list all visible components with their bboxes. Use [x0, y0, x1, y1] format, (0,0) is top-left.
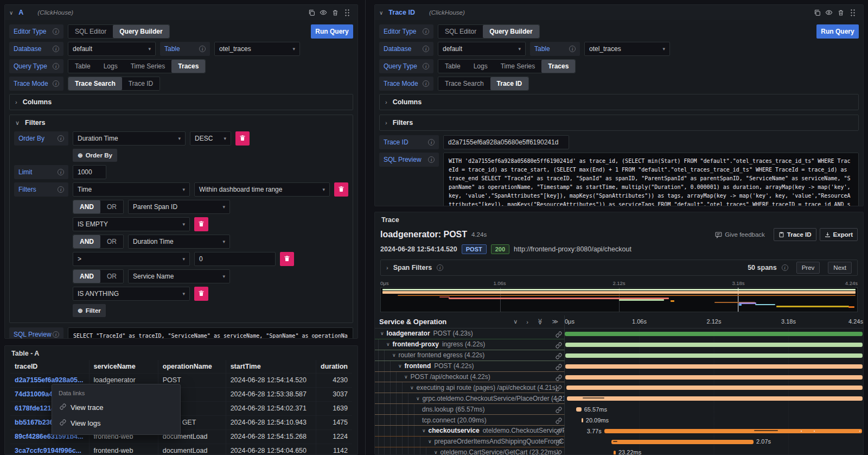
info-icon[interactable]: i	[423, 63, 429, 69]
segment-option[interactable]: Trace ID	[490, 77, 529, 90]
span-bar-cell[interactable]: 23.22ms	[565, 447, 863, 455]
order-by-direction-select[interactable]: DESC▾	[190, 131, 231, 146]
segment-option[interactable]: OR	[100, 235, 123, 248]
span-row[interactable]: ∨executing api route (pages) /api/checko…	[375, 382, 863, 393]
add-order-by-button[interactable]: ⊕ Order By	[73, 149, 117, 162]
span-duration-bar[interactable]	[565, 332, 863, 336]
segment-option[interactable]: Trace Search	[68, 77, 122, 90]
segment-option[interactable]: Logs	[467, 60, 494, 73]
span-duration-bar[interactable]	[565, 353, 863, 358]
info-icon[interactable]: i	[423, 28, 429, 35]
minimap-canvas[interactable]	[380, 287, 858, 312]
column-header[interactable]: traceID	[10, 360, 89, 373]
span-bar-cell[interactable]	[565, 361, 863, 372]
trace-mode-toggle[interactable]: Trace SearchTrace ID	[438, 77, 529, 91]
span-bar-cell[interactable]: 3.77s	[565, 426, 863, 437]
hide-response-eye-icon[interactable]	[317, 7, 329, 18]
editor-type-toggle[interactable]: SQL EditorQuery Builder	[68, 24, 170, 39]
remove-order-by-button[interactable]	[235, 131, 250, 146]
segment-option[interactable]: SQL Editor	[438, 25, 483, 38]
view-logs-link[interactable]: View logs	[52, 415, 180, 431]
span-link-icon[interactable]	[556, 427, 562, 437]
info-icon[interactable]: i	[782, 264, 788, 271]
segment-option[interactable]: SQL Editor	[68, 25, 113, 38]
span-name-cell[interactable]: ∨router frontend egress (4.22s)	[375, 350, 565, 361]
query-type-toggle[interactable]: TableLogsTime SeriesTraces	[438, 59, 576, 73]
info-icon[interactable]: i	[423, 80, 429, 87]
span-link-icon[interactable]	[556, 374, 562, 383]
condition-operator-select[interactable]: IS ANYTHING▾	[73, 287, 190, 301]
add-filter-button[interactable]: ⊕ Filter	[73, 304, 106, 317]
info-icon[interactable]: i	[53, 80, 59, 87]
span-row[interactable]: ∨frontend-proxyingress (4.22s)	[375, 339, 863, 350]
collapse-span-chevron-icon[interactable]: ∨	[434, 450, 438, 455]
span-row[interactable]: dns.lookup (65.57ms) 65.57ms	[375, 404, 863, 415]
condition-field-select[interactable]: Service Name▾	[128, 269, 230, 283]
span-name-cell[interactable]: ∨checkoutserviceoteldemo.CheckoutService…	[375, 426, 565, 437]
collapse-span-chevron-icon[interactable]: ∨	[392, 352, 396, 358]
segment-option[interactable]: OR	[100, 200, 123, 213]
span-name-cell[interactable]: ∨frontendPOST (4.22s)	[375, 361, 565, 372]
trace-id-copy-button[interactable]: Trace ID	[774, 228, 816, 241]
collapse-chevron-icon[interactable]: ∨	[379, 10, 383, 16]
segment-option[interactable]: Table	[68, 60, 97, 73]
collapse-span-chevron-icon[interactable]: ∨	[428, 439, 432, 444]
span-row[interactable]: ∨checkoutserviceoteldemo.CheckoutService…	[375, 426, 863, 437]
segment-option[interactable]: Traces	[171, 60, 205, 73]
span-name-cell[interactable]: ∨loadgeneratorPOST (4.23s)	[375, 328, 565, 339]
segment-option[interactable]: AND	[73, 235, 100, 248]
remove-condition-button[interactable]	[194, 217, 208, 231]
and-or-toggle[interactable]: ANDOR	[73, 235, 124, 249]
span-link-icon[interactable]	[556, 449, 562, 455]
filter-field-select[interactable]: Time▾	[73, 182, 190, 197]
condition-value-input[interactable]: 0	[194, 252, 276, 266]
query-type-toggle[interactable]: TableLogsTime SeriesTraces	[68, 59, 206, 73]
expand-one-icon[interactable]: ›	[525, 319, 530, 325]
segment-option[interactable]: AND	[73, 270, 100, 283]
span-row[interactable]: ∨oteldemo.CartService/GetCart (23.22ms) …	[375, 447, 863, 455]
give-feedback-button[interactable]: Give feedback	[715, 231, 765, 238]
delete-query-trash-icon[interactable]	[329, 7, 341, 18]
span-link-icon[interactable]	[556, 416, 562, 426]
view-trace-link[interactable]: View trace	[52, 400, 180, 415]
database-select[interactable]: default▾	[68, 42, 156, 56]
span-link-icon[interactable]	[556, 406, 562, 415]
run-query-button[interactable]: Run Query	[311, 24, 353, 39]
trace-id-link[interactable]: 3ca7ccfc9194f996c...	[10, 444, 89, 455]
collapse-all-icon[interactable]: ≫	[537, 317, 544, 327]
span-bar-cell[interactable]	[565, 328, 863, 339]
condition-operator-select[interactable]: >▾	[73, 252, 190, 266]
span-bar-cell[interactable]: 2.07s	[565, 437, 863, 447]
segment-option[interactable]: Trace ID	[122, 77, 160, 90]
info-icon[interactable]: i	[58, 186, 64, 193]
info-icon[interactable]: i	[58, 169, 64, 175]
info-icon[interactable]: i	[428, 139, 435, 146]
span-row[interactable]: ∨router frontend egress (4.22s)	[375, 350, 863, 361]
query-header-a[interactable]: ∨ A (ClickHouse)	[5, 5, 358, 20]
trace-minimap[interactable]: 0μs1.06s2.12s3.18s4.24s	[380, 280, 858, 312]
pane-splitter[interactable]	[365, 0, 366, 455]
and-or-toggle[interactable]: ANDOR	[73, 269, 124, 283]
span-name-cell[interactable]: tcp.connect (20.09ms)	[375, 415, 565, 426]
collapse-span-chevron-icon[interactable]: ∨	[404, 374, 408, 380]
segment-option[interactable]: OR	[100, 270, 123, 283]
span-duration-bar[interactable]	[582, 418, 583, 422]
span-link-icon[interactable]	[556, 395, 562, 404]
editor-type-toggle[interactable]: SQL EditorQuery Builder	[438, 24, 540, 39]
segment-option[interactable]: Logs	[97, 60, 124, 73]
remove-condition-button[interactable]	[280, 252, 294, 266]
chevron-right-icon[interactable]: ›	[386, 264, 388, 271]
duplicate-query-icon[interactable]	[305, 7, 317, 18]
span-duration-bar[interactable]	[565, 375, 863, 380]
delete-query-trash-icon[interactable]	[835, 7, 847, 18]
span-duration-bar[interactable]	[611, 440, 754, 444]
info-icon[interactable]: i	[53, 63, 59, 69]
trace-id-input[interactable]: d2a7155ef6a928a05680e5ff6190241d	[443, 135, 569, 149]
span-bar-cell[interactable]: 20.09ms	[565, 415, 863, 426]
span-bar-cell[interactable]	[565, 382, 863, 393]
span-duration-bar[interactable]	[576, 407, 581, 412]
condition-operator-select[interactable]: IS EMPTY▾	[73, 217, 190, 231]
span-duration-bar[interactable]	[604, 429, 862, 433]
span-name-cell[interactable]: dns.lookup (65.57ms)	[375, 404, 565, 415]
span-bar-cell[interactable]	[565, 393, 863, 404]
